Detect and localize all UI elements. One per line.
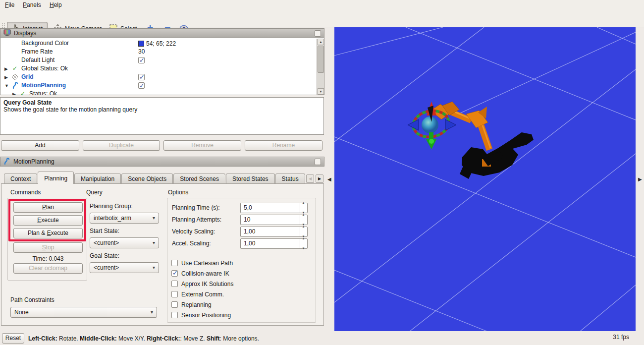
marker-sphere[interactable]	[422, 116, 438, 133]
scrollbar-thumb[interactable]	[318, 46, 324, 73]
marker-right-arrow[interactable]	[445, 119, 456, 130]
tab-scroll-left-icon[interactable]: ◀	[306, 174, 314, 183]
displays-panel-header[interactable]: Displays	[0, 28, 324, 38]
background-color-value[interactable]: 54; 65; 222	[138, 39, 176, 48]
checkbox-label: Collision-aware IK	[181, 270, 229, 277]
duplicate-button[interactable]: Duplicate	[83, 140, 160, 151]
tab-scene-objects[interactable]: Scene Objects	[121, 173, 173, 184]
expand-arrow-icon[interactable]: ▶	[4, 65, 8, 73]
planning-group-combo[interactable]: interbotix_arm	[90, 213, 159, 224]
planning-time-result: Time: 0.043	[13, 255, 83, 262]
status-label: Status: Ok	[29, 90, 57, 95]
property-value[interactable]: 30	[138, 48, 145, 56]
use-cartesian-path-checkbox[interactable]	[171, 260, 178, 266]
displays-scrollbar[interactable]: ▲ ▼	[317, 39, 324, 95]
expand-arrow-icon[interactable]: ▶	[4, 73, 8, 82]
highlight-annotation-box	[8, 199, 86, 241]
fps-counter: 31 fps	[592, 334, 629, 341]
expand-arrow-icon[interactable]: ▶	[12, 90, 16, 95]
tab-manipulation[interactable]: Manipulation	[74, 173, 121, 184]
collision-aware-ik-checkbox[interactable]	[171, 270, 178, 277]
remove-button[interactable]: Remove	[163, 140, 241, 151]
menu-panels[interactable]: Panels	[21, 1, 43, 9]
motionplanning-enabled-checkbox[interactable]	[138, 82, 145, 89]
tab-stored-states[interactable]: Stored States	[226, 173, 275, 184]
color-swatch	[138, 41, 144, 47]
property-row-frame-rate[interactable]: Frame Rate 30	[0, 48, 324, 56]
panel-expand-right-icon[interactable]: ▶	[638, 176, 642, 182]
property-help-box: Query Goal State Shows the goal state fo…	[0, 97, 324, 135]
tree-row-grid[interactable]: ▶ Grid	[0, 73, 324, 81]
collapse-arrow-icon[interactable]: ▼	[4, 82, 9, 90]
clear-octomap-button[interactable]: Clear octomap	[13, 263, 83, 274]
displays-panel-title: Displays	[14, 30, 36, 37]
toolbar: Interact Move Camera Select + − ▾ ▾	[0, 10, 644, 27]
3d-scene	[334, 27, 636, 332]
property-label: Frame Rate	[21, 48, 53, 56]
motionplanning-panel-header[interactable]: MotionPlanning	[0, 157, 324, 167]
tree-column-divider	[135, 39, 135, 95]
default-light-checkbox[interactable]	[138, 57, 145, 63]
help-description: Shows the goal state for the motion plan…	[3, 106, 321, 113]
planning-time-spinner[interactable]: 5,0▲▼	[240, 203, 308, 213]
tree-row-global-status[interactable]: ▶ ✓ Global Status: Ok	[0, 64, 324, 73]
status-bar: Reset Left-Click: Rotate. Middle-Click: …	[0, 331, 644, 345]
replanning-option[interactable]: Replanning	[171, 300, 212, 309]
property-row-default-light[interactable]: Default Light	[0, 56, 324, 64]
motionplanning-display-label: MotionPlanning	[21, 81, 66, 90]
robot-arm[interactable]	[430, 102, 534, 179]
velocity-scaling-spinner[interactable]: 1,00▲▼	[240, 227, 308, 237]
accel-scaling-label: Accel. Scaling:	[172, 238, 211, 249]
menu-file[interactable]: File	[3, 1, 16, 9]
planning-group-label: Planning Group:	[90, 203, 133, 210]
tab-status[interactable]: Status	[275, 173, 305, 184]
external-comm-option[interactable]: External Comm.	[171, 290, 224, 298]
replanning-checkbox[interactable]	[171, 301, 178, 308]
sensor-positioning-option[interactable]: Sensor Positioning	[171, 311, 231, 319]
goal-state-combo[interactable]: <current>	[90, 262, 159, 273]
planning-attempts-spinner[interactable]: 10▲▼	[240, 215, 308, 225]
checkbox-label: Use Cartesian Path	[181, 260, 233, 267]
stop-button[interactable]: Stop	[13, 242, 83, 253]
velocity-scaling-label: Velocity Scaling:	[172, 227, 215, 237]
accel-scaling-spinner[interactable]: 1,00▲▼	[240, 238, 308, 249]
planning-attempts-label: Planning Attempts:	[172, 215, 221, 225]
tab-bar: Context Planning Manipulation Scene Obje…	[4, 172, 306, 184]
checkbox-label: Sensor Positioning	[181, 312, 231, 319]
status-ok-check-icon: ✓	[20, 90, 25, 95]
displays-float-button[interactable]	[315, 30, 321, 37]
checkbox-label: Replanning	[181, 301, 212, 308]
tree-row-status-ok[interactable]: ▶ ✓ Status: Ok	[0, 90, 324, 95]
add-button[interactable]: Add	[1, 140, 79, 151]
3d-viewport[interactable]	[334, 27, 636, 332]
tree-row-motionplanning[interactable]: ▼ MotionPlanning	[0, 81, 324, 90]
checkbox-label: Approx IK Solutions	[181, 281, 233, 288]
tab-stored-scenes[interactable]: Stored Scenes	[173, 173, 225, 184]
scroll-up-icon[interactable]: ▲	[318, 39, 324, 45]
property-label: Default Light	[21, 56, 54, 64]
rename-button[interactable]: Rename	[245, 140, 322, 151]
use-cartesian-path-option[interactable]: Use Cartesian Path	[171, 259, 233, 267]
checkbox-label: External Comm.	[181, 291, 224, 298]
grid-enabled-checkbox[interactable]	[138, 74, 145, 80]
path-constraints-combo[interactable]: None	[10, 307, 157, 318]
tab-context[interactable]: Context	[4, 173, 37, 184]
tab-scroll-right-icon[interactable]: ▶	[316, 174, 323, 183]
motionplanning-float-button[interactable]	[315, 159, 321, 165]
approx-ik-solutions-option[interactable]: Approx IK Solutions	[171, 280, 233, 288]
path-constraints-heading: Path Constraints	[10, 296, 54, 303]
color-value-text: 54; 65; 222	[146, 40, 176, 47]
displays-tree: Background Color Frame Rate 30 Default L…	[0, 38, 324, 95]
scroll-down-icon[interactable]: ▼	[318, 88, 324, 95]
query-heading: Query	[86, 189, 103, 196]
external-comm-checkbox[interactable]	[171, 291, 178, 297]
panel-collapse-left-icon[interactable]: ◀	[327, 176, 331, 182]
approx-ik-solutions-checkbox[interactable]	[171, 281, 178, 287]
sensor-positioning-checkbox[interactable]	[171, 312, 178, 318]
menu-help[interactable]: Help	[48, 1, 64, 9]
start-state-combo[interactable]: <current>	[90, 237, 159, 248]
goal-state-label: Goal State:	[90, 252, 119, 259]
reset-button[interactable]: Reset	[2, 333, 24, 344]
tab-planning[interactable]: Planning	[38, 172, 74, 184]
collision-aware-ik-option[interactable]: Collision-aware IK	[171, 269, 229, 278]
